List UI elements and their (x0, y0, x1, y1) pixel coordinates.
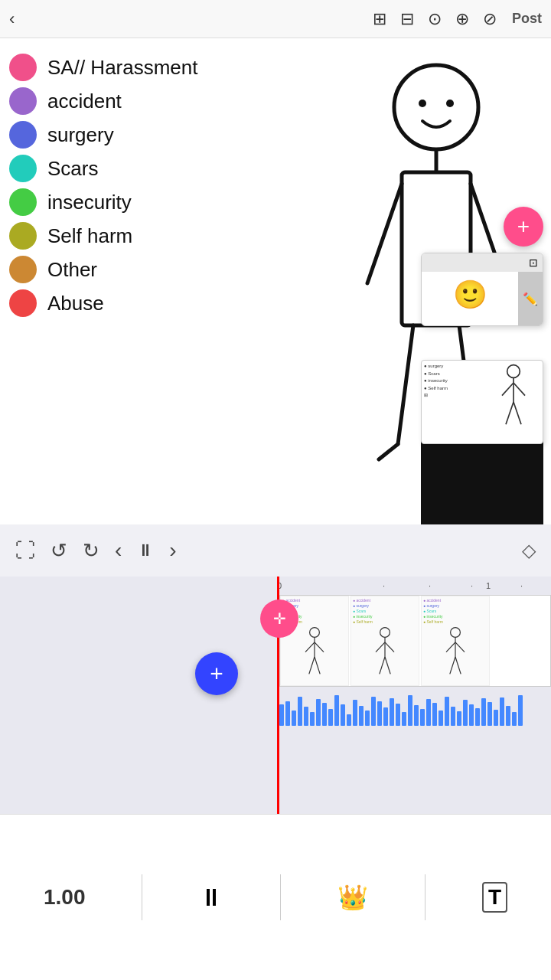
bottom-bar: 1.00 ⏸ 👑 T (0, 814, 551, 980)
popup-edit-button[interactable]: ✏️ (518, 272, 543, 325)
legend-item-sa[interactable]: SA// Harassment (9, 54, 251, 81)
svg-line-16 (506, 402, 514, 424)
wave-bar (353, 700, 357, 726)
wave-bar (285, 701, 290, 726)
toolbar-icons: ⊞ ⊟ ⊙ ⊕ ⊘ (373, 9, 497, 29)
svg-point-12 (507, 365, 520, 378)
wave-bar (512, 712, 517, 726)
wave-bar (310, 712, 315, 726)
text-button[interactable]: T (482, 882, 507, 913)
wave-bar (341, 704, 345, 726)
legend: SA// Harassment accident surgery Scars i… (0, 38, 260, 524)
layers-icon[interactable]: ⊟ (400, 9, 414, 29)
wave-bar (334, 695, 339, 726)
svg-point-30 (451, 628, 461, 638)
previous-frame-button[interactable]: ‹ (115, 538, 122, 563)
popup-resize-icon[interactable]: ⊡ (529, 256, 538, 269)
legend-label-selfharm: Self harm (47, 224, 132, 248)
legend-label-abuse: Abuse (47, 292, 104, 315)
svg-line-26 (376, 642, 385, 652)
wave-bar (420, 709, 425, 726)
popup-card-header: ⊡ (422, 253, 543, 272)
camera-icon[interactable]: ⊙ (428, 9, 442, 29)
redo-button[interactable]: ↻ (83, 539, 99, 563)
wave-bar (383, 707, 388, 726)
bars-button[interactable]: ⏸ (199, 884, 223, 912)
fab-blue-button[interactable]: + (195, 652, 238, 695)
popup-card: ⊡ 🙂 ✏️ (421, 253, 543, 326)
speed-value: 1.00 (44, 885, 86, 910)
canvas-area: SA// Harassment accident surgery Scars i… (0, 38, 551, 524)
grid-icon[interactable]: ⊞ (373, 9, 386, 29)
fab-pink-button[interactable]: + (504, 207, 543, 247)
fullscreen-icon[interactable]: ⛶ (15, 539, 35, 563)
wave-bar (402, 712, 406, 726)
legend-item-insecurity[interactable]: insecurity (9, 188, 251, 216)
crown-button[interactable]: 👑 (337, 883, 368, 912)
svg-line-33 (455, 642, 465, 652)
keyframe-button[interactable]: ◇ (522, 540, 536, 561)
bottom-divider-2 (280, 874, 281, 920)
wave-bar (475, 708, 480, 726)
legend-item-selfharm[interactable]: Self harm (9, 222, 251, 250)
legend-dot-selfharm (9, 222, 37, 250)
svg-line-35 (455, 657, 461, 674)
wave-bar (298, 697, 302, 726)
svg-line-5 (367, 184, 402, 283)
scrubber-handle[interactable]: ✛ (260, 599, 298, 638)
wave-bar (279, 704, 284, 726)
legend-dot-accident (9, 87, 37, 115)
frame-thumb-3[interactable]: ● accident ● surgery ● Scars ● insecurit… (421, 596, 490, 686)
playback-bar: ⛶ ↺ ↻ ‹ ⏸ › ◇ (0, 524, 551, 577)
wave-bar (494, 710, 498, 726)
legend-dot-other (9, 256, 37, 283)
wave-bar (371, 697, 376, 726)
frame-thumb-2[interactable]: ● accident ● surgery ● Scars ● insecurit… (350, 596, 419, 686)
text-icon: T (482, 882, 507, 913)
svg-line-27 (385, 642, 394, 652)
timeline-area: 0 · · · 1 · ✛ ● accident ● surgery ● Sca… (0, 577, 551, 814)
frames-strip: ● accident ● surgery ● Scars ● insecurit… (279, 595, 551, 687)
svg-point-2 (446, 100, 454, 107)
timeline-ruler: 0 · · · 1 · (0, 577, 551, 595)
wave-bar (359, 706, 364, 726)
wave-bar (445, 697, 449, 726)
post-button[interactable]: Post (512, 11, 542, 27)
next-frame-button[interactable]: › (169, 538, 176, 563)
wave-bar (500, 697, 504, 726)
legend-label-other: Other (47, 258, 97, 282)
svg-line-22 (309, 657, 315, 674)
pause-button[interactable]: ⏸ (137, 541, 154, 560)
wave-bar (292, 710, 296, 726)
legend-item-abuse[interactable]: Abuse (9, 289, 251, 317)
wave-bar (304, 707, 308, 726)
back-button[interactable]: ‹ (9, 9, 15, 29)
wave-bar (316, 699, 321, 726)
wave-bar (347, 714, 351, 726)
mini-figure (484, 361, 543, 443)
wave-bar (328, 709, 333, 726)
svg-line-21 (315, 642, 324, 652)
wave-bar (518, 695, 523, 726)
mini-legend: ● surgery ● Scars ● insecurity ● Self ha… (422, 361, 484, 443)
ruler-mark-dot4: · (520, 581, 523, 590)
wave-bar (432, 703, 437, 726)
stack-icon[interactable]: ⊕ (455, 9, 469, 29)
speed-control[interactable]: 1.00 (44, 885, 86, 910)
wave-bar (426, 699, 431, 726)
ruler-mark-dot2: · (429, 581, 431, 590)
undo-button[interactable]: ↺ (51, 539, 67, 563)
download-icon[interactable]: ⊘ (483, 9, 497, 29)
wave-bar (487, 702, 492, 726)
svg-line-14 (502, 383, 514, 396)
legend-item-scars[interactable]: Scars (9, 155, 251, 182)
legend-item-accident[interactable]: accident (9, 87, 251, 115)
legend-dot-insecurity (9, 188, 37, 216)
legend-dot-surgery (9, 121, 37, 149)
svg-line-23 (315, 657, 320, 674)
legend-item-other[interactable]: Other (9, 256, 251, 283)
wave-bar (481, 698, 486, 726)
wave-bar (365, 710, 370, 726)
legend-item-surgery[interactable]: surgery (9, 121, 251, 149)
wave-bar (469, 704, 474, 726)
